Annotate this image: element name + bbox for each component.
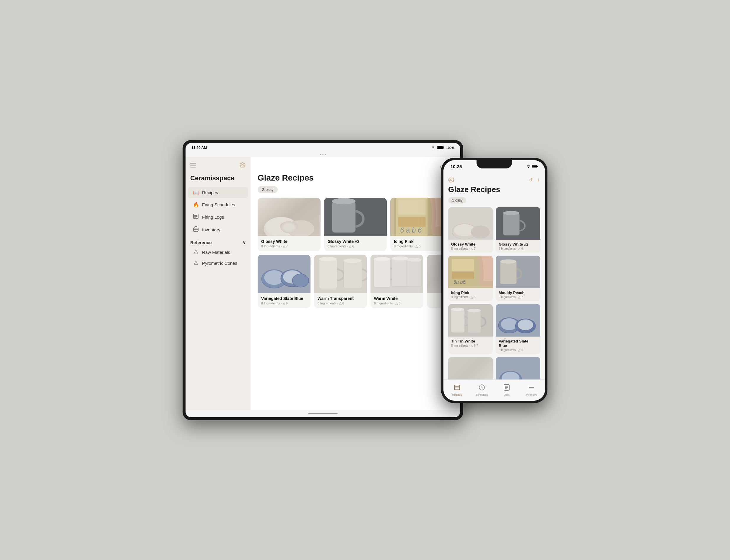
svg-text:6a b6: 6a b6	[453, 279, 465, 285]
recipe-card-img-glossy-white-2	[324, 198, 387, 236]
sidebar-item-firing-logs[interactable]: Firing Logs	[188, 211, 248, 223]
filter-tag-glossy[interactable]: Glossy	[258, 186, 278, 193]
iphone-card-glossy-white[interactable]: Glossy White 8 Ingredients · △ 7	[448, 207, 493, 253]
iphone-card-partial-2[interactable]	[496, 357, 540, 379]
iphone-card-mouldy-peach[interactable]: Mouldy Peach 9 Ingredients · △ 7	[496, 256, 540, 301]
iphone-card-img-glossy-white	[448, 207, 493, 240]
recipe-meta-glossy-white-2: 6 Ingredients · △ 6	[328, 244, 383, 248]
ipad-status-bar: 11:20 AM 100%	[186, 143, 460, 152]
iphone-card-img-glossy-white-2	[496, 207, 540, 240]
svg-rect-57	[503, 213, 519, 235]
svg-text:a: a	[406, 226, 410, 234]
iphone-screen: 10:25	[443, 160, 545, 401]
recipes-nav-icon: 📖	[193, 189, 199, 196]
ipad-time: 11:20 AM	[192, 146, 207, 150]
home-indicator	[308, 413, 338, 414]
firing-schedules-nav-icon: 🔥	[193, 202, 199, 208]
ipad-screen: 11:20 AM 100%	[186, 143, 460, 417]
iphone-card-tin-tin[interactable]: Tin Tin White 8 Ingredients · △ 6-7	[448, 304, 493, 354]
iphone-content: ↺ + Glaze Recipes Glossy	[443, 173, 545, 379]
iphone-card-variegated[interactable]: Variegated Slate Blue 8 Ingredients · △ …	[496, 304, 540, 354]
iphone-add-button[interactable]: +	[537, 177, 540, 184]
iphone-card-icing-pink[interactable]: 6a b6 Icing Pink 9 Ingredients · △ 6	[448, 256, 493, 301]
tab-logs-label: Logs	[504, 393, 510, 396]
svg-point-51	[450, 179, 452, 180]
recipe-card-img-variegated	[258, 255, 311, 293]
iphone-toolbar: ↺ +	[448, 177, 540, 184]
iphone-meta-variegated: 8 Ingredients · △ 6	[499, 348, 537, 352]
tab-logs[interactable]: Logs	[494, 384, 519, 396]
svg-point-40	[344, 258, 361, 263]
inventory-nav-label: Inventory	[202, 227, 220, 232]
svg-rect-2	[437, 146, 443, 149]
wifi-icon	[431, 146, 435, 150]
tab-schedules[interactable]: Schedules	[469, 384, 494, 396]
iphone-card-img-mouldy-peach	[496, 256, 540, 288]
iphone-card-partial-1[interactable]	[448, 357, 493, 379]
tab-inventory-icon	[528, 384, 535, 392]
recipe-card-glossy-white[interactable]: Glossy White 8 Ingredients · △ 7	[258, 198, 321, 251]
tab-inventory-label: Inventory	[526, 393, 537, 396]
recipes-nav-label: Recipes	[202, 190, 218, 195]
raw-materials-label: Raw Materials	[202, 250, 230, 255]
recipe-card-info-warm-transparent: Warm Transparent 6 Ingredients · △ 6	[314, 293, 367, 308]
iphone-name-mouldy-peach: Mouldy Peach	[499, 290, 537, 295]
iphone-name-icing-pink: Icing Pink	[451, 290, 490, 295]
iphone-device: 10:25	[441, 158, 547, 403]
recipe-card-info-variegated: Variegated Slate Blue 8 Ingredients · △ …	[258, 293, 311, 308]
svg-text:6: 6	[418, 226, 422, 234]
firing-logs-nav-label: Firing Logs	[202, 215, 224, 220]
svg-rect-10	[194, 228, 198, 231]
iphone-battery-icon	[532, 165, 538, 168]
settings-icon[interactable]	[239, 162, 246, 170]
recipe-card-warm-white[interactable]: Warm White 8 Ingredients · △ 6	[370, 255, 423, 308]
recipe-card-variegated-slate-blue[interactable]: Variegated Slate Blue 8 Ingredients · △ …	[258, 255, 311, 308]
raw-materials-icon	[193, 249, 199, 255]
iphone-meta-mouldy-peach: 9 Ingredients · △ 7	[499, 296, 537, 299]
sidebar-item-recipes[interactable]: 📖 Recipes	[188, 187, 248, 198]
ipad-device: 11:20 AM 100%	[183, 140, 463, 420]
pyrometric-cones-icon	[193, 260, 199, 266]
iphone-name-tin-tin: Tin Tin White	[451, 339, 490, 343]
iphone-toolbar-right: ↺ +	[528, 177, 540, 184]
svg-rect-24	[398, 199, 426, 215]
iphone-filter-tag[interactable]: Glossy	[448, 197, 466, 204]
pyrometric-cones-label: Pyrometric Cones	[202, 261, 237, 266]
recipe-card-glossy-white-2[interactable]: Glossy White #2 6 Ingredients · △ 6	[324, 198, 387, 251]
svg-rect-61	[452, 259, 474, 271]
recipe-card-img-warm-white	[370, 255, 423, 293]
iphone-meta-glossy-white-2: 6 Ingredients · △ 6	[499, 247, 537, 250]
sidebar-item-inventory[interactable]: Inventory	[188, 224, 248, 236]
svg-point-43	[374, 257, 390, 261]
iphone-gear-icon[interactable]	[448, 177, 454, 184]
iphone-card-info-variegated: Variegated Slate Blue 8 Ingredients · △ …	[496, 337, 540, 354]
battery-pct: 100%	[446, 146, 454, 150]
iphone-card-glossy-white-2[interactable]: Glossy White #2 6 Ingredients · △ 6	[496, 207, 540, 253]
reference-section[interactable]: Reference ∨	[186, 236, 251, 247]
tab-inventory[interactable]: Inventory	[519, 384, 544, 396]
sidebar-item-raw-materials[interactable]: Raw Materials	[188, 247, 248, 257]
iphone-card-img-variegated-iphone	[496, 304, 540, 337]
iphone-status-right	[526, 165, 538, 168]
svg-point-47	[407, 258, 421, 262]
svg-point-45	[392, 256, 408, 260]
page-title: Glaze Recipes	[258, 173, 453, 183]
iphone-refresh-button[interactable]: ↺	[528, 177, 533, 184]
recipe-card-warm-transparent[interactable]: Warm Transparent 6 Ingredients · △ 6	[314, 255, 367, 308]
battery-icon	[437, 146, 444, 150]
sidebar-item-pyrometric-cones[interactable]: Pyrometric Cones	[188, 258, 248, 268]
svg-rect-62	[452, 272, 474, 279]
sidebar-toggle-icon[interactable]	[190, 163, 196, 169]
sidebar-item-firing-schedules[interactable]: 🔥 Firing Schedules	[188, 199, 248, 210]
recipe-name-variegated: Variegated Slate Blue	[261, 296, 307, 301]
iphone-wifi-icon	[526, 165, 530, 168]
iphone-page-title: Glaze Recipes	[448, 185, 540, 194]
svg-point-55	[471, 225, 490, 238]
iphone-card-info-glossy-white: Glossy White 8 Ingredients · △ 7	[448, 240, 493, 253]
tab-recipes-icon	[453, 384, 460, 392]
scene: 11:20 AM 100%	[183, 140, 547, 420]
svg-point-76	[517, 319, 533, 330]
svg-point-58	[503, 211, 519, 215]
tab-recipes[interactable]: Recipes	[444, 384, 469, 396]
svg-rect-65	[500, 261, 516, 284]
